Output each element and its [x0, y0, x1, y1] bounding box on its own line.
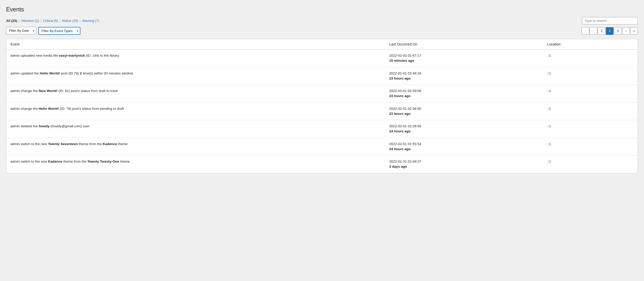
page-2[interactable]: 2	[606, 27, 613, 35]
event-bold-text: vasyl-martyniuk	[59, 54, 85, 57]
event-cell: admin change the Hello World! (ID: 79) p…	[6, 102, 385, 120]
event-text: switch to the new	[20, 160, 48, 163]
event-text: (howdy@gmail.com) user	[50, 124, 90, 128]
events-table: Event Last Occurred On Location admin up…	[6, 39, 638, 173]
location-cell: ::1	[543, 102, 638, 120]
event-text: admin	[10, 71, 20, 75]
event-text: admin	[10, 124, 20, 128]
location-cell: ::1	[543, 85, 638, 103]
table-row: admin uploaded new media file vasyl-mart…	[6, 50, 638, 67]
event-cell: admin deleted the howdy (howdy@gmail.com…	[6, 120, 385, 138]
col-header-location: Location	[543, 39, 638, 50]
time-relative: 23 hours ago	[389, 93, 539, 99]
filter-critical[interactable]: Critical (5)	[43, 19, 58, 23]
event-cell: admin change the New World! (ID: 81) pos…	[6, 85, 385, 103]
time-cell: 2022-02-01 01:55:5424 hours ago	[385, 138, 543, 155]
event-text: admin	[10, 89, 20, 93]
event-cell: admin updated the Hello World! post (ID …	[6, 67, 385, 85]
table-row: admin change the Hello World! (ID: 79) p…	[6, 102, 638, 120]
filter-warning[interactable]: Warning (7)	[82, 19, 99, 23]
event-text: change the	[20, 89, 39, 93]
time-relative: 15 minutes ago	[389, 58, 539, 63]
event-bold-text: Hello World!	[39, 107, 59, 111]
filter-bar-top: All (23) | Attention (1) | Critical (5) …	[6, 17, 638, 24]
time-cell: 2022-02-02 01:47:1715 minutes ago	[385, 50, 543, 67]
event-bold-text: howdy	[39, 124, 50, 128]
event-bold-text: Hello World!	[40, 71, 60, 75]
event-text: admin	[10, 107, 20, 111]
table-row: admin switch to the new Kadence theme fr…	[6, 155, 638, 173]
event-text: theme	[117, 142, 127, 146]
sep-2: |	[41, 19, 41, 23]
time-absolute: 2022-02-01 02:36:50	[389, 106, 539, 111]
filter-all[interactable]: All (23)	[6, 19, 17, 23]
location-cell: ::1	[543, 50, 638, 67]
event-bold-text: Twenty Seventeen	[48, 142, 78, 146]
event-bold-text: New World!	[39, 89, 57, 93]
col-header-event: Event	[6, 39, 385, 50]
time-absolute: 2022-02-01 02:28:56	[389, 124, 539, 129]
page-last[interactable]: »	[630, 27, 638, 35]
event-type-filter-wrapper: Filter By Event Types	[38, 27, 80, 35]
location-cell: ::1	[543, 155, 638, 173]
event-text: admin	[10, 160, 20, 163]
event-text: change the	[20, 107, 39, 111]
event-text: (ID: 144) to the library	[85, 54, 119, 57]
filter-notice[interactable]: Notice (10)	[62, 19, 78, 23]
page-first[interactable]: «	[581, 27, 589, 35]
table-row: admin updated the Hello World! post (ID …	[6, 67, 638, 85]
event-text: uploaded new media file	[20, 54, 59, 57]
event-text: (ID: 81) post's status from draft to tra…	[57, 89, 118, 93]
event-text: time(s) within 30 minutes window	[82, 71, 133, 75]
time-cell: 2022-02-01 02:39:0823 hours ago	[385, 85, 543, 103]
event-type-filter-select[interactable]: Filter By Event Types	[38, 27, 80, 35]
event-bold-text: Kadence	[48, 160, 62, 163]
search-input[interactable]	[582, 17, 638, 24]
event-text: theme from the	[62, 160, 87, 163]
event-bold-text: Kadence	[103, 142, 117, 146]
page-prev[interactable]: ‹	[590, 27, 597, 35]
time-relative: 23 hours ago	[389, 76, 539, 81]
filter-row: Filter By Date Filter By Event Types « ‹…	[6, 27, 638, 35]
page-title: Events	[6, 6, 638, 13]
event-text: updated the	[20, 71, 40, 75]
table-row: admin change the New World! (ID: 81) pos…	[6, 85, 638, 103]
event-cell: admin uploaded new media file vasyl-mart…	[6, 50, 385, 67]
event-text: admin	[10, 54, 20, 57]
date-filter-select[interactable]: Filter By Date	[6, 27, 36, 34]
time-absolute: 2022-02-01 02:39:08	[389, 88, 539, 93]
filter-attention[interactable]: Attention (1)	[21, 19, 39, 23]
event-text: theme	[119, 160, 130, 163]
table-row: admin deleted the howdy (howdy@gmail.com…	[6, 120, 638, 138]
time-absolute: 2022-02-02 01:47:17	[389, 53, 539, 58]
filter-dropdowns: Filter By Date Filter By Event Types	[6, 27, 80, 35]
time-relative: 23 hours ago	[389, 111, 539, 116]
time-absolute: 2022-02-01 01:55:54	[389, 142, 539, 147]
sep-1: |	[19, 19, 19, 23]
time-absolute: 2022-02-01 02:48:18	[389, 71, 539, 76]
time-absolute: 2022-01-31 02:49:27	[389, 159, 539, 164]
page-1[interactable]: 1	[598, 27, 605, 35]
time-cell: 2022-02-01 02:48:1823 hours ago	[385, 67, 543, 85]
time-cell: 2022-02-01 02:36:5023 hours ago	[385, 102, 543, 120]
event-text: admin	[10, 142, 20, 146]
event-text: post (ID 79)	[60, 71, 80, 75]
event-text: deleted the	[20, 124, 39, 128]
event-cell: admin switch to the new Twenty Seventeen…	[6, 138, 385, 155]
sep-3: |	[60, 19, 60, 23]
page-next[interactable]: ›	[622, 27, 630, 35]
event-cell: admin switch to the new Kadence theme fr…	[6, 155, 385, 173]
event-text: switch to the new	[20, 142, 48, 146]
filter-links: All (23) | Attention (1) | Critical (5) …	[6, 19, 99, 23]
location-cell: ::1	[543, 138, 638, 155]
time-relative: 24 hours ago	[389, 129, 539, 134]
col-header-last-occurred: Last Occurred On	[385, 39, 543, 50]
page-3[interactable]: 3	[614, 27, 622, 35]
event-text: (ID: 79) post's status from pending to d…	[59, 107, 124, 111]
table-row: admin switch to the new Twenty Seventeen…	[6, 138, 638, 155]
sep-4: |	[80, 19, 80, 23]
time-relative: 24 hours ago	[389, 147, 539, 152]
location-cell: ::1	[543, 67, 638, 85]
time-cell: 2022-01-31 02:49:272 days ago	[385, 155, 543, 173]
event-text: theme from the	[78, 142, 103, 146]
